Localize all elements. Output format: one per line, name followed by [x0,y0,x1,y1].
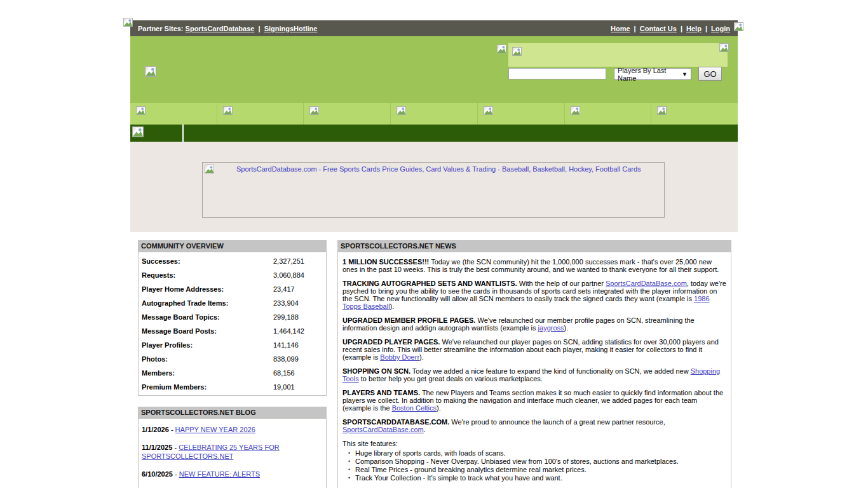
blog-entry: 6/10/2025 - NEW FEATURE: ALERTS [142,470,323,478]
nav-link-login[interactable]: Login [711,25,730,32]
stat-value: 68,156 [273,366,295,380]
news-link[interactable]: 1986 Topps Baseball [342,295,710,310]
news-paragraph: SPORTSCARDDATABASE.COM. We're proud to a… [342,418,726,433]
site-logo-broken-image-icon [145,66,156,77]
stat-value: 141,146 [273,338,299,352]
nav-tab-1[interactable] [130,103,217,125]
search-input[interactable] [508,68,606,79]
nav-link-contact-us[interactable]: Contact Us [640,25,677,32]
blog-entry-link[interactable]: NEW FEATURE: ALERTS [179,470,260,478]
blog-list: 1/1/2026 - HAPPY NEW YEAR 202611/1/2025 … [138,418,327,488]
separator: | [679,25,684,32]
stat-value: 233,904 [273,296,299,310]
news-paragraph: UPGRADED MEMBER PROFILE PAGES. We've rel… [342,316,726,332]
stat-row: Player Home Addresses:23,417 [139,282,326,296]
partner-sites: Partner Sites: SportsCardDatabase | Sign… [138,25,317,32]
nav-tab-7[interactable] [651,103,738,125]
chevron-down-icon: ▼ [682,71,688,78]
news-lead: SHOPPING ON SCN. [342,367,410,375]
nav-tab-3[interactable] [304,103,391,125]
stat-label: Message Board Posts: [139,324,273,338]
feature-item: Track Your Collection - It's simple to t… [348,474,726,482]
broken-image-icon [657,106,667,115]
banner-strip: SportsCardDatabase.com - Free Sports Car… [130,142,738,232]
news-paragraph: SHOPPING ON SCN. Today we added a nice f… [342,367,726,383]
broken-image-icon [136,106,146,115]
sub-nav-cell[interactable] [130,125,184,142]
site-header: Players By Last Name ▼ GO [130,36,738,103]
stat-row: Members:68,156 [139,366,326,380]
news-list: 1 MILLION SUCCESSES!!! Today we (the SCN… [337,252,731,488]
stat-row: Message Board Topics:299,188 [139,310,326,324]
stat-row: Premium Members:19,001 [139,380,326,394]
nav-tab-6[interactable] [565,103,652,125]
sub-nav-bar [130,125,738,142]
stat-label: Requests: [139,268,273,282]
stat-value: 299,188 [273,310,299,324]
news-link[interactable]: SportsCardDataBase.com [606,280,687,287]
broken-image-icon [397,106,406,115]
broken-image-icon [497,44,506,53]
stat-row: Successes:2,327,251 [139,254,326,268]
stat-label: Autographed Trade Items: [139,296,273,310]
separator: | [256,25,262,32]
broken-image-icon [734,22,743,31]
news-lead: 1 MILLION SUCCESSES!!! [342,258,429,266]
news-lead: PLAYERS AND TEAMS. [342,389,420,396]
news-link[interactable]: SportsCardDataBase.com [342,426,424,433]
topbar-nav: Home | Contact Us | Help | Login [611,25,730,32]
news-link[interactable]: Bobby Doerr [380,353,419,361]
search-go-button[interactable]: GO [698,67,722,81]
stat-value: 838,099 [273,352,299,366]
blog-entry: 11/1/2025 - CELEBRATING 25 YEARS FOR SPO… [142,443,323,461]
nav-link-help[interactable]: Help [686,25,702,32]
stat-label: Successes: [139,254,273,268]
stat-row: Message Board Posts:1,464,142 [139,324,326,338]
stat-row: Photos:838,099 [139,352,326,366]
news-paragraph: UPGRADED PLAYER PAGES. We've relaunched … [342,338,726,361]
community-overview-header: COMMUNITY OVERVIEW [138,240,327,252]
news-lead: TRACKING AUTOGRAPHED SETS AND WANTLISTS. [342,280,517,287]
broken-image-icon [484,106,493,115]
page: Partner Sites: SportsCardDatabase | Sign… [130,20,738,488]
search-category-select[interactable]: Players By Last Name ▼ [614,68,691,80]
features-intro: This site features: [342,440,726,447]
separator: | [703,25,709,32]
stat-row: Autographed Trade Items:233,904 [139,296,326,310]
stat-label: Photos: [139,352,273,366]
stat-row: Requests:3,060,884 [139,268,326,282]
nav-link-home[interactable]: Home [611,25,630,32]
stat-value: 1,464,142 [273,324,304,338]
banner-alt-text-link[interactable]: SportsCardDatabase.com - Free Sports Car… [236,165,641,173]
feature-item: Comparison Shopping - Never Overpay. Unb… [348,458,726,465]
right-column: SPORTSCOLLECTORS.NET NEWS 1 MILLION SUCC… [337,240,731,488]
nav-tab-5[interactable] [478,103,565,125]
broken-image-icon [132,126,144,137]
partner-link-signingshotline[interactable]: SigningsHotline [264,25,318,32]
partner-link-sportscarddatabase[interactable]: SportsCardDatabase [186,25,255,32]
news-lead: SPORTSCARDDATABASE.COM. [342,418,449,426]
blog-header: SPORTSCOLLECTORS.NET BLOG [138,407,327,418]
feature-item: Huge library of sports cards, with loads… [348,449,726,457]
stat-label: Message Board Topics: [139,310,273,324]
blog-entry-link[interactable]: HAPPY NEW YEAR 2026 [175,426,255,433]
main-content: COMMUNITY OVERVIEW Successes:2,327,251Re… [130,232,738,488]
broken-image-icon [123,18,133,27]
stat-value: 3,060,884 [273,268,304,282]
broken-image-icon [571,106,580,115]
nav-tab-2[interactable] [217,103,304,125]
search-panel [508,43,728,67]
stat-value: 19,001 [273,380,295,394]
features-list: Huge library of sports cards, with loads… [342,449,726,482]
news-link[interactable]: jaygross [538,324,564,332]
blog-entry: 1/1/2026 - HAPPY NEW YEAR 2026 [142,425,323,434]
partner-banner[interactable]: SportsCardDatabase.com - Free Sports Car… [202,162,665,218]
nav-tab-4[interactable] [391,103,478,125]
stat-label: Player Home Addresses: [139,282,273,296]
news-link[interactable]: Boston Celtics [392,404,437,412]
news-paragraph: PLAYERS AND TEAMS. The new Players and T… [342,389,726,412]
broken-image-icon [719,43,729,52]
broken-image-icon [223,106,233,115]
feature-item: Real Time Prices - ground breaking analy… [348,466,726,473]
stat-row: Player Profiles:141,146 [139,338,326,352]
